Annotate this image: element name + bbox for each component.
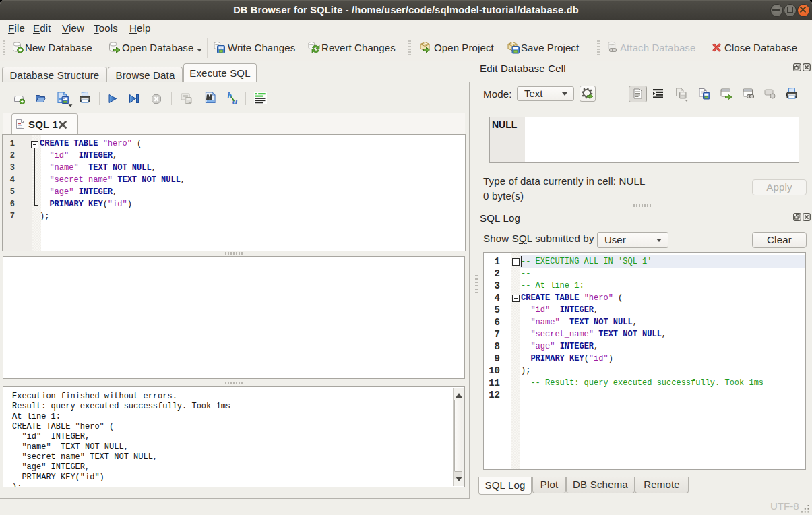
svg-text:b: b [228, 91, 232, 100]
